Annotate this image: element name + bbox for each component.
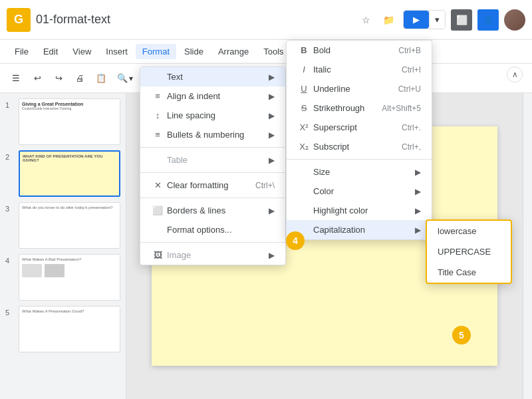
image-icon: 🖼 (151, 250, 164, 260)
slide-thumb-2[interactable]: 2 WHAT KIND OF PRESENTATION ARE YOU GIVI… (5, 150, 120, 197)
menu-bullets[interactable]: ≡ Bullets & numbering ▶ (140, 125, 285, 144)
menu-file[interactable]: File (8, 44, 35, 59)
present-mode-icon[interactable]: ⬜ (451, 9, 472, 31)
user-avatar[interactable] (504, 9, 525, 31)
step-5-badge: 5 (452, 326, 471, 344)
menu-borders-lines[interactable]: ⬜ Borders & lines ▶ (140, 201, 285, 220)
slide-preview-3[interactable]: What do you know to do after today's pre… (19, 202, 120, 249)
present-dropdown[interactable]: ▾ (429, 11, 445, 29)
slide-num-2: 2 (5, 150, 15, 161)
menu-bar: File Edit View Insert Format Slide Arran… (0, 40, 532, 64)
undo-button[interactable]: ↩ (28, 69, 47, 88)
clear-icon: ✕ (151, 180, 164, 190)
italic-icon: I (297, 65, 311, 74)
document-title: 01-format-text (36, 13, 351, 27)
print-button[interactable]: 🖨 (70, 69, 89, 88)
right-scrollbar[interactable] (523, 93, 532, 399)
menu-line-spacing[interactable]: ↕ Line spacing ▶ (140, 106, 285, 125)
slide-preview-4[interactable]: What Makes A Bad Presentation? (19, 254, 120, 301)
slide-4-content: What Makes A Bad Presentation? (19, 255, 120, 280)
menu-arrange[interactable]: Arrange (211, 44, 255, 59)
cap-lowercase[interactable]: lowercase (427, 221, 511, 241)
slide-preview-5[interactable]: What Makes A Presentation Good? (19, 306, 120, 352)
text-subscript[interactable]: X₂ Subscript Ctrl+, (287, 137, 432, 156)
underline-icon: U (297, 84, 311, 94)
text-divider-1 (287, 159, 432, 160)
text-italic[interactable]: I Italic Ctrl+I (287, 60, 432, 79)
format-paint-button[interactable]: 📋 (92, 69, 110, 88)
slide-5-content: What Makes A Presentation Good? (19, 307, 120, 316)
menu-format[interactable]: Format (136, 44, 176, 59)
text-submenu: B Bold Ctrl+B I Italic Ctrl+I U Underlin… (286, 40, 432, 240)
top-bar: G 01-format-text ☆ 📁 ▶ ▾ ⬜ 👤 (0, 0, 532, 40)
slide-1-content: Giving a Great Presentation CustomGuide … (19, 99, 120, 113)
cap-uppercase[interactable]: UPPERCASE (427, 241, 511, 262)
star-icon[interactable]: ☆ (356, 11, 375, 29)
bullets-icon: ≡ (151, 130, 164, 140)
google-slides-icon: G (7, 8, 31, 32)
slide-3-content: What do you know to do after today's pre… (19, 203, 120, 212)
capitalization-submenu: lowercase UPPERCASE Title Case (426, 219, 512, 284)
menu-view[interactable]: View (66, 44, 98, 59)
menu-insert[interactable]: Insert (99, 44, 134, 59)
menu-slide[interactable]: Slide (178, 44, 210, 59)
text-size[interactable]: Size ▶ (287, 162, 432, 182)
menu-edit[interactable]: Edit (37, 44, 65, 59)
menu-divider-3 (140, 198, 285, 198)
menu-divider-4 (140, 242, 285, 243)
menu-format-options[interactable]: Format options... (140, 220, 285, 239)
align-icon: ≡ (151, 91, 164, 101)
menu-image[interactable]: 🖼 Image ▶ (140, 245, 285, 265)
menu-clear-formatting[interactable]: ✕ Clear formatting Ctrl+\ (140, 176, 285, 195)
slide-num-5: 5 (5, 306, 15, 317)
text-color[interactable]: Color ▶ (287, 182, 432, 201)
present-button[interactable]: ▶ (404, 11, 429, 29)
slide-thumb-5[interactable]: 5 What Makes A Presentation Good? (5, 306, 120, 352)
menu-tools[interactable]: Tools (257, 44, 290, 59)
menu-icon-btn[interactable]: ☰ (7, 69, 25, 88)
strikethrough-icon: S (297, 103, 311, 113)
slide-preview-1[interactable]: Giving a Great Presentation CustomGuide … (19, 98, 120, 145)
slides-panel: 1 Giving a Great Presentation CustomGuid… (0, 93, 126, 399)
step-4-badge: 4 (286, 231, 305, 250)
text-superscript[interactable]: X² Superscript Ctrl+. (287, 118, 432, 137)
subscript-icon: X₂ (297, 142, 311, 152)
share-icon[interactable]: 👤 (477, 9, 499, 31)
text-capitalization[interactable]: Capitalization ▶ (287, 220, 432, 239)
collapse-button[interactable]: ∧ (507, 66, 523, 82)
menu-text-item[interactable]: Text ▶ (140, 67, 285, 86)
slide-thumb-4[interactable]: 4 What Makes A Bad Presentation? (5, 254, 120, 301)
slide-num-1: 1 (5, 98, 15, 109)
borders-icon: ⬜ (151, 205, 164, 215)
format-menu: Text ▶ ≡ Align & indent ▶ ↕ Line spacing… (140, 66, 286, 265)
bold-icon: B (297, 45, 311, 55)
top-right-controls: ▶ ▾ ⬜ 👤 (403, 9, 525, 31)
slide-2-content: WHAT KIND OF PRESENTATION ARE YOU GIVING… (20, 152, 119, 165)
slide-num-4: 4 (5, 254, 15, 265)
superscript-icon: X² (297, 122, 311, 132)
menu-divider-2 (140, 172, 285, 173)
slide-preview-2[interactable]: WHAT KIND OF PRESENTATION ARE YOU GIVING… (19, 150, 120, 197)
text-strikethrough[interactable]: S Strikethrough Alt+Shift+5 (287, 98, 432, 118)
menu-divider-1 (140, 147, 285, 148)
menu-align-indent[interactable]: ≡ Align & indent ▶ (140, 86, 285, 106)
folder-icon[interactable]: 📁 (379, 11, 398, 29)
text-underline[interactable]: U Underline Ctrl+U (287, 79, 432, 98)
line-spacing-icon: ↕ (151, 110, 164, 120)
slide-thumb-3[interactable]: 3 What do you know to do after today's p… (5, 202, 120, 249)
menu-table[interactable]: Table ▶ (140, 150, 285, 170)
slide-num-3: 3 (5, 202, 15, 213)
text-bold[interactable]: B Bold Ctrl+B (287, 41, 432, 60)
text-highlight-color[interactable]: Highlight color ▶ (287, 201, 432, 220)
zoom-button[interactable]: 🔍 ▾ (113, 69, 137, 88)
cap-title-case[interactable]: Title Case (427, 262, 511, 283)
slide-thumb-1[interactable]: 1 Giving a Great Presentation CustomGuid… (5, 98, 120, 145)
title-icons: ☆ 📁 (356, 11, 398, 29)
redo-button[interactable]: ↪ (49, 69, 68, 88)
